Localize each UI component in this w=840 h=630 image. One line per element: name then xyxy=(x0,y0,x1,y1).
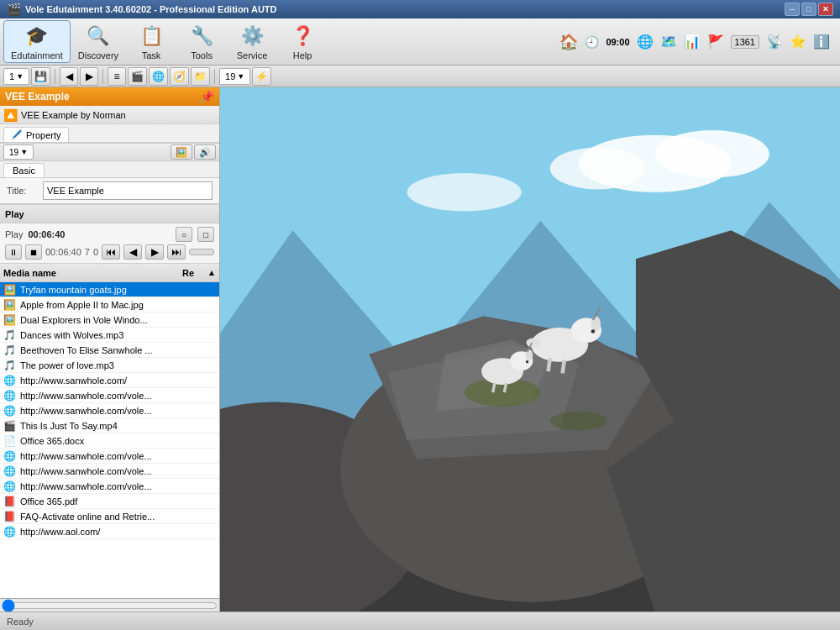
pin-icon[interactable]: 📌 xyxy=(200,90,214,103)
scroll-up-arrow[interactable]: ▲ xyxy=(207,268,216,277)
tb2-folder-btn[interactable]: 📁 xyxy=(191,67,210,86)
prop-img-btn[interactable]: 🖼️ xyxy=(171,144,192,160)
horizontal-scrollbar[interactable] xyxy=(0,598,219,612)
vee-panel-header: VEE Example 📌 xyxy=(0,87,219,106)
media-item[interactable]: 📕 FAQ-Activate online and Retrie... xyxy=(0,509,219,524)
video-content xyxy=(220,87,840,612)
tb2-web-btn[interactable]: 🌐 xyxy=(149,67,168,86)
tb2-list-btn[interactable]: ≡ xyxy=(108,67,126,86)
close-button[interactable]: ✕ xyxy=(818,3,833,16)
collapse-button[interactable]: 🔼 xyxy=(3,108,18,122)
media-item-text: The power of love.mp3 xyxy=(20,360,216,370)
play-section: Play Play 00:06:40 ○ □ ⏸ ⏹ 00:06:40 7 0 … xyxy=(0,204,219,264)
play-progress-bar[interactable] xyxy=(189,249,214,255)
media-item[interactable]: 🌐 http://www.sanwhole.com/vole... xyxy=(0,403,219,418)
prop-badge[interactable]: 19 ▼ xyxy=(3,144,34,160)
play-num1: 7 xyxy=(85,247,90,257)
media-item[interactable]: 📄 Office 365.docx xyxy=(0,433,219,449)
tb2-video-btn[interactable]: 🎬 xyxy=(128,67,147,86)
maximize-button[interactable]: □ xyxy=(801,3,816,16)
pause-button[interactable]: ⏸ xyxy=(5,244,22,260)
media-item[interactable]: 🖼️ Apple from Apple II to Mac.jpg xyxy=(0,297,219,312)
stop-button[interactable]: ⏹ xyxy=(25,244,42,260)
tb2-sep2 xyxy=(102,69,103,84)
media-item[interactable]: 🌐 http://www.aol.com/ xyxy=(0,524,219,539)
basic-tab[interactable]: Basic xyxy=(3,163,45,177)
prev-button[interactable]: ⏮ xyxy=(102,244,120,260)
prev-step-btn[interactable]: ◀ xyxy=(123,244,142,260)
media-item-text: Dual Explorers in Vole Windo... xyxy=(20,315,216,325)
play-circle-btn[interactable]: ○ xyxy=(176,227,192,242)
play-controls: Play 00:06:40 ○ □ ⏸ ⏹ 00:06:40 7 0 ⏮ ◀ ▶… xyxy=(0,223,219,264)
collapse-row: 🔼 VEE Example by Norman xyxy=(0,106,219,124)
media-item[interactable]: 🌐 http://www.sanwhole.com/vole... xyxy=(0,449,219,464)
media-item-text: Dances with Wolves.mp3 xyxy=(20,330,216,340)
tb2-forward-btn[interactable]: ▶ xyxy=(80,67,98,86)
prop-audio-btn[interactable]: 🔊 xyxy=(194,144,216,160)
media-item[interactable]: 🖼️ Dual Explorers in Vole Windo... xyxy=(0,312,219,328)
media-item-text: Beethoven To Elise Sanwhole ... xyxy=(20,345,216,355)
toolbar-tools[interactable]: 🔧 Tools xyxy=(176,20,227,63)
title-bar: 🎬 Vole Edutainment 3.40.60202 - Professi… xyxy=(0,0,840,18)
globe-icon: 🌐 xyxy=(637,34,654,50)
play-row2: ⏸ ⏹ 00:06:40 7 0 ⏮ ◀ ▶ ⏭ xyxy=(5,244,214,260)
media-item[interactable]: 🌐 http://www.sanwhole.com/vole... xyxy=(0,464,219,479)
toolbar-discovery[interactable]: 🔍 Discovery xyxy=(71,20,126,63)
media-item-text: FAQ-Activate online and Retrie... xyxy=(20,512,216,522)
tb2-back-btn[interactable]: ◀ xyxy=(60,67,78,86)
media-item-text: Apple from Apple II to Mac.jpg xyxy=(20,300,216,310)
media-list: Media name Re ▲ 🖼️ Tryfan mountain goats… xyxy=(0,264,219,612)
property-tab-label: Property xyxy=(26,130,61,140)
flag-icon: 🚩 xyxy=(707,34,724,50)
play-num2: 0 xyxy=(93,247,98,257)
toolbar-edutainment[interactable]: 🎓 Edutainment xyxy=(3,20,71,63)
basic-tabs: Basic xyxy=(0,161,219,178)
next-button[interactable]: ⏭ xyxy=(167,244,186,260)
media-item[interactable]: 🎬 This Is Just To Say.mp4 xyxy=(0,418,219,433)
media-item-icon: 🖼️ xyxy=(3,299,17,311)
media-item[interactable]: 🎵 Beethoven To Elise Sanwhole ... xyxy=(0,343,219,358)
badge-2-arrow: ▼ xyxy=(237,72,244,81)
help-icon: ❓ xyxy=(289,23,316,50)
count-badge: 1361 xyxy=(731,35,759,49)
svg-line-21 xyxy=(563,360,564,373)
media-col-name: Media name xyxy=(3,268,182,278)
edutainment-label: Edutainment xyxy=(11,50,63,60)
badge-1-arrow: ▼ xyxy=(16,72,24,81)
play-square-btn[interactable]: □ xyxy=(197,227,214,242)
badge-2[interactable]: 19 ▼ xyxy=(219,68,250,85)
title-input[interactable] xyxy=(43,181,213,200)
tb2-nav-btn[interactable]: 🧭 xyxy=(170,67,189,86)
media-item[interactable]: 📕 Office 365.pdf xyxy=(0,494,219,509)
task-icon: 📋 xyxy=(138,23,165,50)
media-item-icon: 🖼️ xyxy=(3,314,17,326)
toolbar-help[interactable]: ❓ Help xyxy=(277,20,328,63)
media-item-text: http://www.sanwhole.com/vole... xyxy=(20,451,216,461)
clock-icon: 🕘 xyxy=(585,35,599,49)
tb2-sep3 xyxy=(214,69,215,84)
toolbar-service[interactable]: ⚙️ Service xyxy=(227,20,277,63)
media-item[interactable]: 🖼️ Tryfan mountain goats.jpg xyxy=(0,282,219,297)
map-icon: 🗺️ xyxy=(660,34,677,50)
media-item[interactable]: 🎵 Dances with Wolves.mp3 xyxy=(0,328,219,343)
media-item[interactable]: 🌐 http://www.sanwhole.com/vole... xyxy=(0,388,219,403)
h-scroll-input[interactable] xyxy=(2,601,218,611)
toolbar-task[interactable]: 📋 Task xyxy=(126,20,176,63)
minimize-button[interactable]: ─ xyxy=(785,3,800,16)
media-item[interactable]: 🌐 http://www.sanwhole.com/vole... xyxy=(0,479,219,494)
media-item[interactable]: 🌐 http://www.sanwhole.com/ xyxy=(0,373,219,388)
media-item-text: http://www.sanwhole.com/vole... xyxy=(20,481,216,491)
badge-1[interactable]: 1 ▼ xyxy=(3,68,29,85)
svg-point-4 xyxy=(407,173,522,211)
prop-badge-arrow: ▼ xyxy=(20,148,28,156)
title-text: Vole Edutainment 3.40.60202 - Profession… xyxy=(25,4,785,14)
media-item-icon: 🎵 xyxy=(3,344,17,356)
svg-line-20 xyxy=(549,358,550,371)
media-item[interactable]: 🎵 The power of love.mp3 xyxy=(0,358,219,373)
property-tab[interactable]: 🖊️ Property xyxy=(3,127,69,142)
tb2-save-btn[interactable]: 💾 xyxy=(31,67,50,86)
tb2-extra-btn[interactable]: ⚡ xyxy=(252,67,271,86)
media-item-text: http://www.sanwhole.com/vole... xyxy=(20,466,216,476)
home-icon[interactable]: 🏠 xyxy=(559,33,578,51)
next-step-btn[interactable]: ▶ xyxy=(145,244,164,260)
